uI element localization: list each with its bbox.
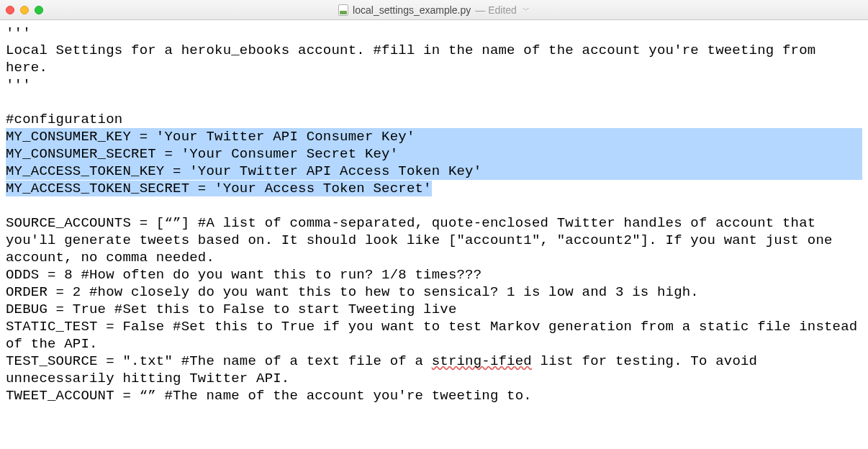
file-icon	[338, 4, 348, 16]
window-titlebar: local_settings_example.py — Edited ﹀	[0, 0, 868, 20]
chevron-down-icon: ﹀	[523, 5, 530, 15]
code-line: DEBUG = True #Set this to False to start…	[6, 301, 457, 317]
selected-line: MY_CONSUMER_SECRET = 'Your Consumer Secr…	[6, 145, 862, 163]
code-line: '''	[6, 25, 31, 41]
traffic-lights	[6, 6, 43, 14]
code-line: #configuration	[6, 112, 122, 127]
selected-line: MY_CONSUMER_KEY = 'Your Twitter API Cons…	[6, 128, 862, 145]
filename-label: local_settings_example.py	[353, 4, 471, 16]
edited-label: — Edited	[475, 4, 517, 16]
selected-line: MY_ACCESS_TOKEN_SECRET = 'Your Access To…	[6, 181, 432, 196]
code-line: STATIC_TEST = False #Set this to True if…	[6, 319, 866, 352]
selected-line: MY_ACCESS_TOKEN_KEY = 'Your Twitter API …	[6, 163, 862, 180]
code-line: TWEET_ACCOUNT = “” #The name of the acco…	[6, 388, 532, 404]
code-line: Local Settings for a heroku_ebooks accou…	[6, 42, 824, 76]
code-line: SOURCE_ACCOUNTS = [“”] #A list of comma-…	[6, 215, 841, 266]
window-title: local_settings_example.py — Edited ﹀	[0, 4, 868, 16]
close-window-button[interactable]	[6, 6, 14, 14]
code-line: ODDS = 8 #How often do you want this to …	[6, 267, 482, 283]
code-line: TEST_SOURCE = ".txt" #The name of a text…	[6, 353, 766, 386]
code-line: ORDER = 2 #how closely do you want this …	[6, 284, 699, 300]
zoom-window-button[interactable]	[35, 6, 43, 14]
spell-error: string-ified	[432, 353, 532, 369]
text-editor[interactable]: ''' Local Settings for a heroku_ebooks a…	[0, 20, 868, 410]
minimize-window-button[interactable]	[20, 6, 29, 14]
code-line: '''	[6, 77, 31, 93]
